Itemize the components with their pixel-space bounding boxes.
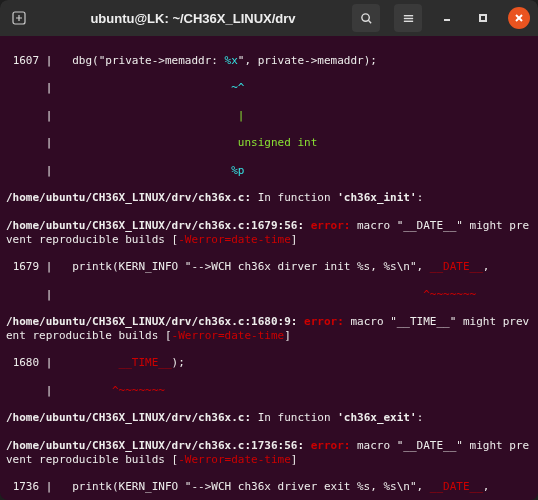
sp [59, 356, 119, 369]
func-name: 'ch36x_exit' [337, 411, 416, 424]
gutter: | [6, 288, 423, 301]
line-num: 1607 | [6, 54, 59, 67]
code: printk(KERN_INFO "-->WCH ch36x dirver in… [59, 260, 430, 273]
error-label: error: [304, 219, 357, 232]
comma: , [483, 260, 490, 273]
werror-flag: -Werror=date-time [178, 453, 291, 466]
line-num: 1736 | [6, 480, 59, 493]
date-macro: __DATE__ [430, 260, 483, 273]
window-title: ubuntu@LK: ~/CH36X_LINUX/drv [34, 11, 352, 26]
line-num: 1679 | [6, 260, 59, 273]
file-loc: /home/ubuntu/CH36X_LINUX/drv/ch36x.c: [6, 191, 251, 204]
date-macro: __DATE__ [430, 480, 483, 493]
minimize-button[interactable] [436, 7, 458, 29]
format-spec: %x [225, 54, 238, 67]
bracket: ] [284, 329, 291, 342]
code: dbg("private->memaddr: [59, 54, 225, 67]
comma: , [483, 480, 490, 493]
maximize-button[interactable] [472, 7, 494, 29]
error-label: error: [297, 315, 350, 328]
line-num: 1680 | [6, 356, 59, 369]
werror-flag: -Werror=date-time [178, 233, 291, 246]
caret: ^~~~~~~~ [112, 384, 165, 397]
code: printk(KERN_INFO "-->WCH ch36x driver ex… [59, 480, 430, 493]
search-button[interactable] [352, 4, 380, 32]
svg-rect-9 [480, 15, 486, 21]
bracket: ] [291, 233, 298, 246]
colon: : [417, 411, 424, 424]
colon: : [417, 191, 424, 204]
paren: ); [172, 356, 185, 369]
svg-line-4 [368, 20, 371, 23]
caret: ~^ [231, 81, 244, 94]
werror-flag: -Werror=date-time [172, 329, 285, 342]
file-loc: /home/ubuntu/CH36X_LINUX/drv/ch36x.c:168… [6, 315, 297, 328]
file-loc: /home/ubuntu/CH36X_LINUX/drv/ch36x.c:167… [6, 219, 304, 232]
file-loc: /home/ubuntu/CH36X_LINUX/drv/ch36x.c: [6, 411, 251, 424]
terminal-output[interactable]: 1607 | dbg("private->memaddr: %x", priva… [0, 36, 538, 500]
caret: ^~~~~~~~ [423, 288, 476, 301]
close-button[interactable] [508, 7, 530, 29]
gutter: | [6, 164, 231, 177]
gutter: | [6, 81, 231, 94]
gutter: | [6, 136, 238, 149]
svg-point-3 [361, 13, 368, 20]
bracket: ] [291, 453, 298, 466]
hamburger-menu-button[interactable] [394, 4, 422, 32]
new-tab-icon[interactable] [8, 7, 30, 29]
error-label: error: [304, 439, 357, 452]
in-func: In function [251, 191, 337, 204]
pipe: | [238, 109, 245, 122]
gutter: | [6, 109, 238, 122]
gutter: | [6, 384, 112, 397]
func-name: 'ch36x_init' [337, 191, 416, 204]
code: ", private->memaddr); [238, 54, 377, 67]
format-fix: %p [231, 164, 244, 177]
time-macro: __TIME__ [119, 356, 172, 369]
window-titlebar: ubuntu@LK: ~/CH36X_LINUX/drv [0, 0, 538, 36]
file-loc: /home/ubuntu/CH36X_LINUX/drv/ch36x.c:173… [6, 439, 304, 452]
in-func: In function [251, 411, 337, 424]
type-hint: unsigned int [238, 136, 317, 149]
